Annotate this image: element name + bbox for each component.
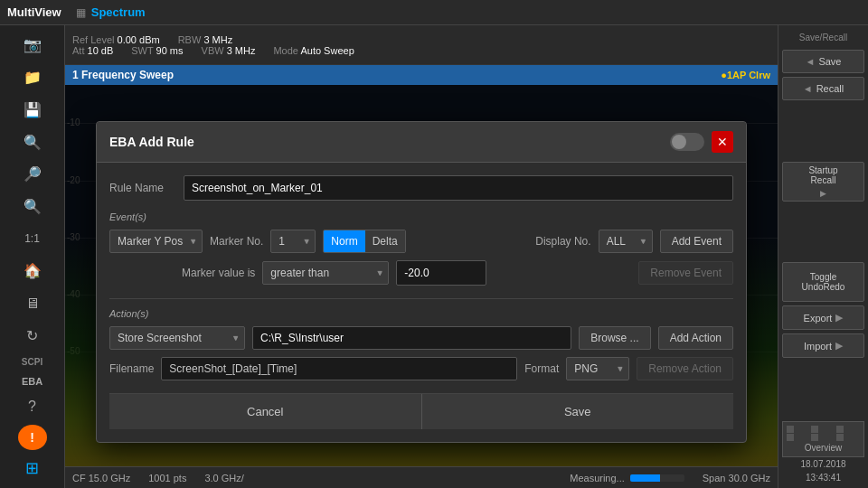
event-type-select[interactable]: Marker Y Pos Marker X Pos Trace Max xyxy=(109,230,203,253)
datetime-time: 13:43:41 xyxy=(782,471,864,484)
cancel-button[interactable]: Cancel xyxy=(109,394,421,429)
sweep-bar: 1 Frequency Sweep ●1AP Clrw xyxy=(65,65,778,85)
sidebar-camera-icon[interactable]: 📷 xyxy=(11,31,54,60)
display-no-wrapper[interactable]: ALL 1 2 ▼ xyxy=(599,230,653,253)
marker-value-is-label: Marker value is xyxy=(182,267,255,279)
span-status: Span 30.0 GHz xyxy=(703,473,770,483)
modal-title: EBA Add Rule xyxy=(109,135,194,149)
export-arrow-icon: ▶ xyxy=(835,312,843,324)
measuring-label: Measuring... xyxy=(570,473,625,483)
sidebar-reset-icon[interactable]: 1:1 xyxy=(11,224,54,253)
modal-header-controls: ✕ xyxy=(670,131,733,153)
import-button[interactable]: Import ▶ xyxy=(782,333,864,358)
ghz-per-status: 3.0 GHz/ xyxy=(204,473,243,483)
marker-no-wrapper[interactable]: 1 2 3 ▼ xyxy=(270,230,316,253)
add-action-button[interactable]: Add Action xyxy=(658,326,733,350)
mode-label: Mode Auto Sweep xyxy=(273,45,354,56)
startup-arrow-icon: ▶ xyxy=(820,189,826,198)
swt-label: SWT 90 ms xyxy=(131,45,183,56)
vbw-label: VBW 3 MHz xyxy=(202,45,256,56)
sidebar-refresh-icon[interactable]: ↻ xyxy=(11,321,54,350)
action-type-wrapper[interactable]: Store Screenshot Store Trace Send Email … xyxy=(109,326,245,350)
actions-row-1: Store Screenshot Store Trace Send Email … xyxy=(109,326,733,350)
sidebar-eba-label[interactable]: EBA xyxy=(11,373,54,389)
enable-toggle[interactable] xyxy=(670,133,704,151)
sidebar-scpi-label[interactable]: SCPI xyxy=(11,353,54,370)
path-input[interactable] xyxy=(252,326,571,350)
import-arrow-icon: ▶ xyxy=(835,340,843,352)
sweep-label: 1 Frequency Sweep xyxy=(72,69,174,81)
pts-status: 1001 pts xyxy=(148,473,186,483)
center-area: Ref Level 0.00 dBm RBW 3 MHz Att 10 dB S… xyxy=(65,25,778,488)
sidebar-windows-icon[interactable]: ⊞ xyxy=(11,454,54,483)
sidebar-save-icon[interactable]: 💾 xyxy=(11,95,54,124)
startup-recall-button[interactable]: StartupRecall ▶ xyxy=(782,162,864,202)
condition-select[interactable]: greater than less than equal to xyxy=(262,261,389,285)
main-layout: 📷 📁 💾 🔍 🔎 🔍 1:1 🏠 🖥 ↻ SCPI EBA ? ! ⊞ Ref… xyxy=(0,25,868,488)
sidebar-folder-icon[interactable]: 📁 xyxy=(11,63,54,92)
sidebar-help-icon[interactable]: ? xyxy=(11,392,54,421)
remove-action-button[interactable]: Remove Action xyxy=(637,357,733,380)
browse-button[interactable]: Browse ... xyxy=(579,326,650,350)
recall-button[interactable]: ◄ Recall xyxy=(782,77,864,100)
format-wrapper[interactable]: PNG JPG BMP ▼ xyxy=(566,357,629,380)
sidebar-search-icon[interactable]: 🔍 xyxy=(11,127,54,156)
section-divider xyxy=(109,298,733,299)
add-event-button[interactable]: Add Event xyxy=(660,230,733,253)
modal-overlay: EBA Add Rule ✕ Rule Name xyxy=(65,85,778,466)
sidebar-home-icon[interactable]: 🏠 xyxy=(11,257,54,286)
overview-cell-3 xyxy=(836,426,844,433)
overview-label: Overview xyxy=(787,443,860,453)
measuring-bar: Measuring... xyxy=(570,473,684,483)
toggle-undo-button[interactable]: ToggleUndoRedo xyxy=(782,262,864,302)
events-row-1: Marker Y Pos Marker X Pos Trace Max ▼ Ma… xyxy=(109,230,733,253)
spectrum-display: -10 -20 -30 -40 -50 EBA Add Rule xyxy=(65,85,778,466)
condition-wrapper[interactable]: greater than less than equal to ▼ xyxy=(262,261,389,285)
recall-arrow-icon: ◄ xyxy=(803,83,813,94)
startup-recall-label: StartupRecall xyxy=(808,165,837,185)
export-label: Export xyxy=(804,313,833,324)
right-sidebar: Save/Recall ◄ Save ◄ Recall StartupRecal… xyxy=(778,25,868,488)
rule-name-input[interactable] xyxy=(184,175,733,201)
sidebar-zoom2-icon[interactable]: 🔍 xyxy=(11,192,54,221)
left-sidebar: 📷 📁 💾 🔍 🔎 🔍 1:1 🏠 🖥 ↻ SCPI EBA ? ! ⊞ xyxy=(0,25,65,488)
action-type-select[interactable]: Store Screenshot Store Trace Send Email xyxy=(109,326,245,350)
overview-cell-5 xyxy=(811,434,818,441)
delta-button[interactable]: Delta xyxy=(365,230,405,252)
sidebar-zoom-icon[interactable]: 🔎 xyxy=(11,160,54,189)
progress-bar xyxy=(630,474,684,482)
remove-event-button[interactable]: Remove Event xyxy=(638,261,733,285)
modal-header: EBA Add Rule ✕ xyxy=(97,122,746,163)
format-select[interactable]: PNG JPG BMP xyxy=(566,357,629,380)
overview-cell-1 xyxy=(787,426,794,433)
save-recall-label: Save/Recall xyxy=(782,29,864,48)
close-button[interactable]: ✕ xyxy=(712,131,733,153)
overview-button[interactable]: Overview xyxy=(782,421,864,457)
modal-footer: Cancel Save xyxy=(109,393,733,429)
recall-label: Recall xyxy=(816,83,844,94)
top-bar: MultiView ▦ Spectrum xyxy=(0,0,868,25)
actions-section-label: Action(s) xyxy=(109,308,733,319)
datetime-date: 18.07.2018 xyxy=(782,457,864,471)
marker-no-select[interactable]: 1 2 3 xyxy=(270,230,316,253)
display-no-select[interactable]: ALL 1 2 xyxy=(599,230,653,253)
norm-button[interactable]: Norm xyxy=(324,230,364,252)
save-button[interactable]: Save xyxy=(421,394,734,429)
cf-status: CF 15.0 GHz xyxy=(72,473,130,483)
export-button[interactable]: Export ▶ xyxy=(782,305,864,330)
save-arrow-icon: ◄ xyxy=(806,56,816,67)
event-type-wrapper[interactable]: Marker Y Pos Marker X Pos Trace Max ▼ xyxy=(109,230,203,253)
filename-input[interactable] xyxy=(161,357,517,380)
marker-value-row: Marker value is greater than less than e… xyxy=(109,260,733,286)
sidebar-alert-icon[interactable]: ! xyxy=(18,425,47,450)
threshold-input[interactable] xyxy=(396,260,486,286)
sidebar-screen-icon[interactable]: 🖥 xyxy=(11,289,54,318)
overview-cell-2 xyxy=(811,426,818,433)
progress-fill xyxy=(630,474,660,482)
app-title: MultiView xyxy=(7,5,61,19)
module-icon: ▦ xyxy=(76,6,86,19)
save-label: Save xyxy=(818,56,841,67)
overview-cell-4 xyxy=(787,434,794,441)
import-label: Import xyxy=(804,341,832,352)
save-button[interactable]: ◄ Save xyxy=(782,50,864,73)
